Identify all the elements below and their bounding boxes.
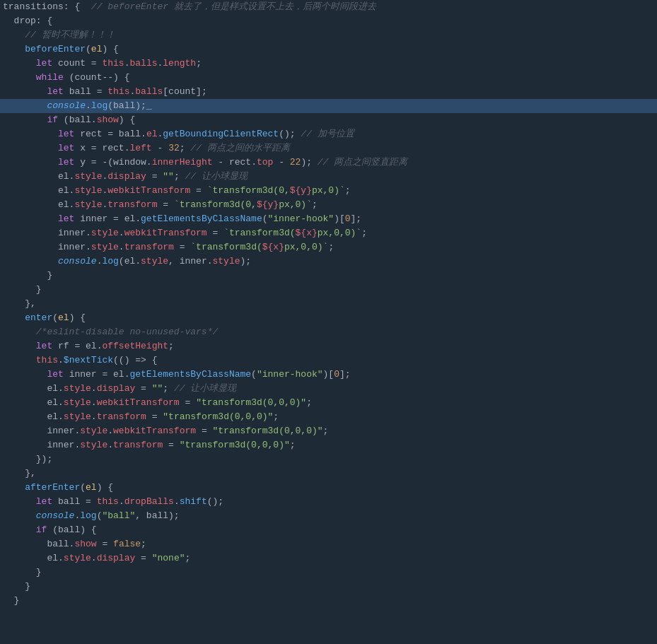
code-line: }: [0, 283, 657, 297]
code-line: console.log(el.style, inner.style);: [0, 254, 657, 269]
code-line: let y = -(window.innerHeight - rect.top …: [0, 156, 657, 170]
code-line: if (ball.show) {: [0, 113, 657, 127]
code-line: while (count--) {: [0, 71, 657, 85]
code-line: let x = rect.left - 32; // 两点之间的水平距离: [0, 141, 657, 156]
code-line: el.style.transform = "transform3d(0,0,0)…: [0, 410, 657, 424]
code-line: el.style.display = "none";: [0, 551, 657, 566]
code-line: },: [0, 467, 657, 481]
code-line: inner.style.transform = "transform3d(0,0…: [0, 438, 657, 452]
code-line: let count = this.balls.length;: [0, 57, 657, 71]
code-line: afterEnter(el) {: [0, 481, 657, 495]
code-line: }: [0, 566, 657, 580]
code-line: transitions: { // beforeEnter 就去了，但是样式设置…: [0, 0, 657, 14]
code-line: el.style.display = ""; // 让小球显现: [0, 170, 657, 184]
code-line: el.style.webkitTransform = `transform3d(…: [0, 184, 657, 198]
code-line: }: [0, 580, 657, 594]
code-line: drop: {: [0, 14, 657, 28]
code-line: el.style.transform = `transform3d(0,${y}…: [0, 198, 657, 212]
code-line: let rect = ball.el.getBoundingClientRect…: [0, 127, 657, 141]
code-line: el.style.display = ""; // 让小球显现: [0, 382, 657, 396]
code-line: let ball = this.balls[count];: [0, 85, 657, 99]
code-line: this.$nextTick(() => {: [0, 353, 657, 368]
code-line: /*eslint-disable no-unused-vars*/: [0, 325, 657, 339]
code-line: let inner = el.getElementsByClassName("i…: [0, 212, 657, 226]
code-line: inner.style.transform = `transform3d(${x…: [0, 240, 657, 254]
code-line: let ball = this.dropBalls.shift();: [0, 495, 657, 509]
code-line: enter(el) {: [0, 311, 657, 325]
code-line: // 暂时不理解！！！: [0, 28, 657, 42]
code-line: console.log("ball", ball);: [0, 509, 657, 523]
code-line: inner.style.webkitTransform = `transform…: [0, 226, 657, 240]
code-line: }: [0, 594, 657, 608]
code-line: ball.show = false;: [0, 537, 657, 551]
code-line-highlighted: console.log(ball);_: [0, 99, 657, 113]
code-line: beforeEnter(el) {: [0, 42, 657, 57]
code-line: }: [0, 269, 657, 283]
code-line: });: [0, 452, 657, 467]
code-line: },: [0, 297, 657, 311]
code-editor: transitions: { // beforeEnter 就去了，但是样式设置…: [0, 0, 657, 644]
code-line: let rf = el.offsetHeight;: [0, 339, 657, 353]
code-line: let inner = el.getElementsByClassName("i…: [0, 368, 657, 382]
code-line: inner.style.webkitTransform = "transform…: [0, 424, 657, 438]
code-line: el.style.webkitTransform = "transform3d(…: [0, 396, 657, 410]
code-line: if (ball) {: [0, 523, 657, 537]
